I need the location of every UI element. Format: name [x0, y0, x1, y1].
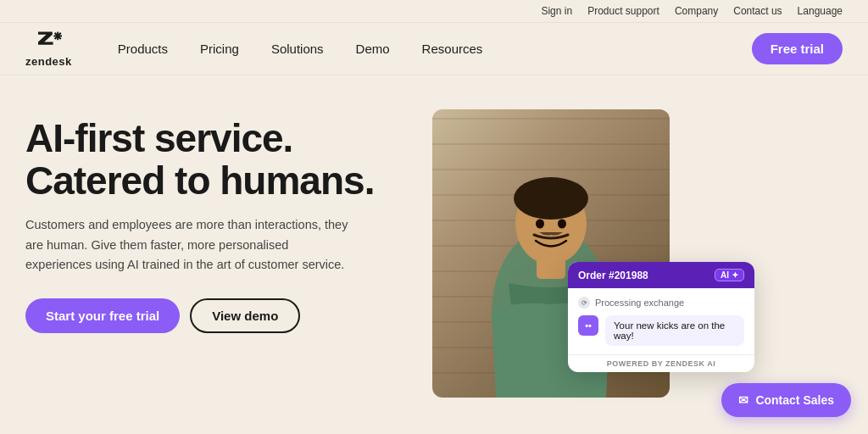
hero-buttons: Start your free trial View demo	[25, 298, 415, 333]
chat-order-title: Order #201988	[578, 270, 648, 281]
nav-resources[interactable]: Resources	[410, 36, 495, 61]
utility-bar: Sign in Product support Company Contact …	[0, 0, 868, 23]
svg-point-9	[558, 220, 566, 229]
signin-link[interactable]: Sign in	[541, 5, 572, 17]
nav-demo[interactable]: Demo	[344, 36, 402, 61]
logo-area[interactable]: zendesk	[25, 31, 72, 68]
start-free-trial-button[interactable]: Start your free trial	[25, 298, 180, 333]
navbar: zendesk Products Pricing Solutions Demo …	[0, 23, 868, 75]
free-trial-button[interactable]: Free trial	[752, 33, 843, 64]
chat-footer: POWERED BY ZENDESK AI	[568, 354, 754, 372]
hero-section: AI-first service. Catered to humans. Cus…	[0, 75, 868, 425]
contact-sales-button[interactable]: ✉ Contact Sales	[721, 383, 851, 417]
ai-badge-text: AI	[721, 270, 729, 280]
chat-avatar-icon: ••	[578, 315, 598, 336]
ai-badge: AI ✦	[715, 269, 744, 281]
nav-solutions[interactable]: Solutions	[259, 36, 336, 61]
nav-pricing[interactable]: Pricing	[188, 36, 251, 61]
company-link[interactable]: Company	[675, 5, 718, 17]
product-support-link[interactable]: Product support	[587, 5, 659, 17]
logo-text: zendesk	[25, 55, 72, 68]
hero-right: Order #201988 AI ✦ ⟳ Processing exchange…	[432, 109, 754, 398]
chat-message-bubble: Your new kicks are on the way!	[605, 315, 744, 346]
zendesk-logo-icon	[35, 31, 62, 54]
hero-subtext: Customers and employees are more than in…	[25, 215, 356, 275]
chat-widget: Order #201988 AI ✦ ⟳ Processing exchange…	[568, 262, 754, 372]
mail-icon: ✉	[738, 393, 748, 407]
nav-products[interactable]: Products	[106, 36, 180, 61]
chat-message-row: •• Your new kicks are on the way!	[578, 315, 744, 346]
svg-rect-7	[537, 258, 565, 279]
view-demo-button[interactable]: View demo	[190, 298, 300, 333]
hero-headline: AI-first service. Catered to humans.	[25, 118, 415, 202]
svg-point-8	[536, 220, 544, 229]
contact-us-link[interactable]: Contact us	[733, 5, 782, 17]
contact-sales-label: Contact Sales	[755, 393, 834, 407]
chat-processing-row: ⟳ Processing exchange	[578, 297, 744, 309]
chat-header: Order #201988 AI ✦	[568, 262, 754, 288]
hero-left: AI-first service. Catered to humans. Cus…	[25, 109, 415, 333]
ai-star-icon: ✦	[732, 270, 738, 280]
svg-point-6	[514, 177, 588, 220]
chat-body: ⟳ Processing exchange •• Your new kicks …	[568, 288, 754, 354]
language-link[interactable]: Language	[798, 5, 843, 17]
processing-text: Processing exchange	[595, 298, 684, 308]
processing-icon: ⟳	[578, 297, 590, 309]
nav-links: Products Pricing Solutions Demo Resource…	[106, 36, 752, 61]
